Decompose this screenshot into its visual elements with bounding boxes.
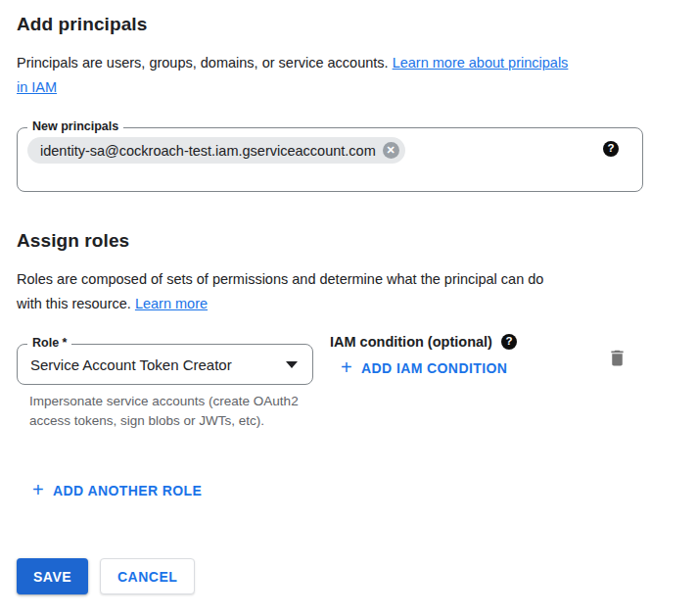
learn-more-principals-link-line2: in IAM [17,79,57,95]
principal-chip-value: identity-sa@cockroach-test.iam.gservicea… [40,143,376,159]
delete-role-button[interactable] [605,346,628,369]
add-iam-condition-button[interactable]: + ADD IAM CONDITION [341,360,507,376]
plus-icon: + [32,483,44,497]
assign-roles-description-line2: with this resource. [17,296,131,311]
assign-roles-title: Assign roles [17,230,129,252]
learn-more-principals-link-line1: Learn more about principals [393,55,569,71]
role-select-label: Role * [27,336,71,350]
role-select[interactable]: Role * Service Account Token Creator [17,344,313,385]
iam-condition-block: IAM condition (optional) ? + ADD IAM CON… [330,334,517,379]
new-principals-field[interactable]: New principals identity-sa@cockroach-tes… [17,127,643,192]
iam-condition-label: IAM condition (optional) [330,334,492,350]
add-principals-panel: Add principals Principals are users, gro… [0,0,698,616]
iam-condition-header: IAM condition (optional) ? [330,334,517,350]
plus-icon: + [341,360,352,374]
new-principals-help-icon[interactable]: ? [603,141,619,157]
save-button[interactable]: SAVE [17,558,88,594]
assign-roles-description: Roles are composed of sets of permission… [17,267,663,316]
assign-roles-description-line1: Roles are composed of sets of permission… [17,271,543,287]
role-helper-text: Impersonate service accounts (create OAu… [29,392,303,431]
principals-intro-text: Principals are users, groups, domains, o… [17,51,663,100]
trash-icon [607,348,628,368]
iam-condition-help-icon[interactable]: ? [501,334,517,350]
principals-intro-static: Principals are users, groups, domains, o… [17,55,389,71]
add-another-role-button[interactable]: + ADD ANOTHER ROLE [32,483,202,498]
dropdown-arrow-icon [286,361,298,368]
principal-chip: identity-sa@cockroach-test.iam.gservicea… [27,137,405,164]
add-another-role-label: ADD ANOTHER ROLE [53,483,202,498]
role-select-value: Service Account Token Creator [30,356,232,373]
new-principals-field-label: New principals [27,119,123,133]
add-iam-condition-label: ADD IAM CONDITION [361,360,507,376]
page-title: Add principals [17,14,147,35]
cancel-button[interactable]: CANCEL [100,558,195,594]
chip-remove-icon[interactable]: ✕ [383,142,399,159]
learn-more-roles-link[interactable]: Learn more [135,296,208,311]
